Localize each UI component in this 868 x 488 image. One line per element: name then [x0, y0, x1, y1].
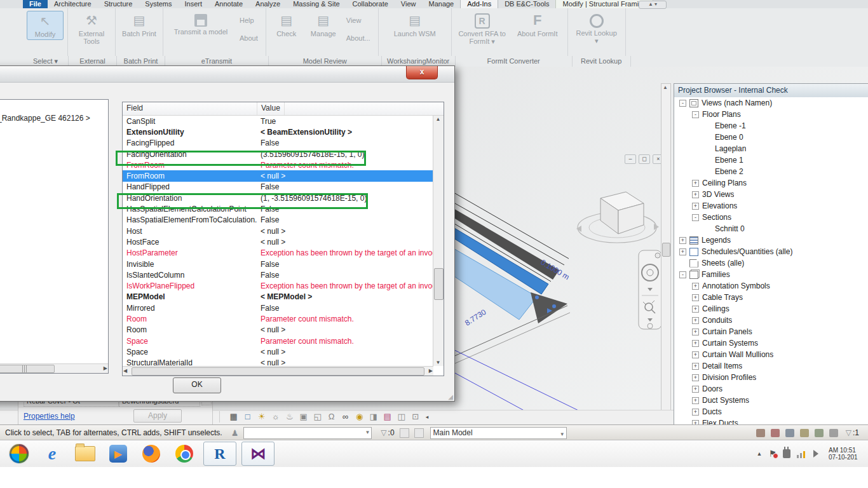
- expand-icon[interactable]: +: [679, 248, 686, 255]
- ribbon-tab-db-e-c-tools[interactable]: DB E&C-Tools: [498, 0, 555, 8]
- expand-icon[interactable]: +: [692, 340, 699, 347]
- tree-item[interactable]: -Views (nach Namen): [674, 97, 868, 109]
- taskbar-file-explorer[interactable]: [71, 442, 99, 465]
- field-row[interactable]: Space< null >: [123, 346, 433, 357]
- worksharing-status-icon-4[interactable]: [800, 429, 809, 437]
- ribbon-tab-annotate[interactable]: Annotate: [208, 0, 249, 8]
- displace-elements-icon[interactable]: ◫: [397, 412, 407, 422]
- reveal-constraints-icon[interactable]: ▤: [383, 412, 393, 422]
- expand-icon[interactable]: +: [692, 409, 699, 416]
- taskbar-firefox[interactable]: [137, 442, 165, 465]
- tree-item[interactable]: Sheets (alle): [674, 257, 868, 269]
- worksharing-status-icon-3[interactable]: [785, 429, 794, 437]
- tree-item[interactable]: +Ceilings: [674, 303, 868, 315]
- expand-icon[interactable]: +: [692, 374, 699, 381]
- tree-item[interactable]: +Cable Trays: [674, 292, 868, 303]
- properties-help-link[interactable]: Properties help: [24, 412, 75, 421]
- tree-item[interactable]: +Curtain Panels: [674, 326, 868, 337]
- ribbon-button-revit-lookup-[interactable]: Revit Lookup ▾: [572, 11, 621, 46]
- tree-item[interactable]: +Ducts: [674, 406, 868, 417]
- tree-item[interactable]: +Curtain Wall Mullions: [674, 349, 868, 360]
- tray-clock[interactable]: AM 10:51 07-10-201: [829, 447, 868, 461]
- taskbar-chrome[interactable]: [170, 442, 198, 465]
- tree-item[interactable]: Ebene 0: [674, 132, 868, 143]
- filter-icon[interactable]: ▽: [381, 428, 386, 437]
- panel-label[interactable]: Revit Lookup: [573, 56, 631, 67]
- panel-label[interactable]: FormIt Converter: [456, 56, 573, 67]
- selection-box-icon[interactable]: ⊡: [410, 412, 421, 422]
- viewcube[interactable]: [575, 184, 661, 254]
- field-row[interactable]: StructuralMaterialId< null >: [123, 358, 433, 366]
- tree-item[interactable]: +Division Profiles: [674, 372, 868, 383]
- navigation-bar[interactable]: [638, 250, 663, 331]
- ribbon-button-help[interactable]: Help: [238, 13, 261, 30]
- field-row[interactable]: RoomParameter count mismatch.: [123, 313, 433, 324]
- ribbon-button-batch-print[interactable]: Batch Print: [119, 11, 159, 39]
- start-button[interactable]: [5, 442, 33, 465]
- collapse-icon[interactable]: -: [679, 100, 686, 107]
- tree-item[interactable]: +Conduits: [674, 315, 868, 326]
- tree-item[interactable]: Ebene 1: [674, 154, 868, 166]
- taskbar-visual-studio[interactable]: ⋈: [241, 442, 275, 466]
- selection-filter-icon[interactable]: ▽: [846, 428, 851, 437]
- ribbon-tab-massing-site[interactable]: Massing & Site: [287, 0, 346, 8]
- field-row[interactable]: HostParameterException has been thrown b…: [123, 248, 433, 259]
- ribbon-button-manage[interactable]: Manage: [306, 11, 341, 39]
- resize-grip[interactable]: ◢: [448, 393, 453, 400]
- editable-only-icon[interactable]: [400, 428, 409, 438]
- ok-button[interactable]: OK: [173, 377, 221, 393]
- ribbon-tab-insert[interactable]: Insert: [178, 0, 208, 8]
- dialog-close-button[interactable]: x: [406, 66, 438, 79]
- speaker-icon[interactable]: [813, 450, 822, 458]
- field-row[interactable]: SpaceParameter count mismatch.: [123, 336, 433, 346]
- tray-expand-icon[interactable]: ▲: [757, 451, 763, 457]
- snoop-tree-panel[interactable]: _Randkappe_GE 462126 > ▶: [0, 99, 109, 374]
- power-plug-icon[interactable]: [783, 449, 790, 458]
- expand-icon[interactable]: +: [692, 283, 699, 290]
- tree-item[interactable]: -Floor Plans: [674, 109, 868, 120]
- expand-icon[interactable]: +: [692, 397, 699, 404]
- field-row[interactable]: HandFlippedFalse: [123, 182, 433, 193]
- tree-item[interactable]: +Curtain Systems: [674, 337, 868, 349]
- tree-item[interactable]: +Duct Systems: [674, 395, 868, 406]
- expand-icon[interactable]: +: [692, 294, 699, 301]
- tree-item[interactable]: +3D Views: [674, 189, 868, 200]
- list-horizontal-scrollbar[interactable]: ◀ ▶: [123, 366, 433, 376]
- collapse-icon[interactable]: -: [692, 214, 699, 221]
- collapse-icon[interactable]: -: [679, 271, 686, 278]
- chevron-down-icon[interactable]: ▼: [560, 430, 565, 440]
- sun-path-icon[interactable]: ☀: [257, 412, 267, 422]
- field-row[interactable]: HasSpatialElementFromToCalculation...Fal…: [123, 215, 433, 226]
- field-row[interactable]: FromRoom< null >: [123, 170, 433, 181]
- minimize-icon[interactable]: –: [625, 154, 636, 164]
- dialog-titlebar[interactable]: [0, 66, 454, 83]
- expand-icon[interactable]: +: [692, 180, 699, 187]
- expand-icon[interactable]: +: [692, 363, 699, 370]
- tree-item[interactable]: +Detail Items: [674, 360, 868, 372]
- ribbon-tab-file[interactable]: File: [23, 0, 48, 8]
- scrollbar-thumb[interactable]: [434, 268, 444, 300]
- network-signal-icon[interactable]: [797, 450, 807, 458]
- chevron-down-icon[interactable]: ▼: [365, 430, 370, 435]
- ribbon-button-convert-rfa-to-formit-[interactable]: Convert RFA to FormIt ▾: [456, 11, 509, 46]
- scrollbar-thumb[interactable]: [662, 243, 670, 257]
- ribbon-button-modify[interactable]: Modify: [27, 11, 64, 40]
- field-row[interactable]: FacingFlippedFalse: [123, 138, 433, 149]
- tree-item[interactable]: Lageplan: [674, 143, 868, 154]
- worksharing-status-icon-2[interactable]: [771, 429, 780, 437]
- collapse-icon[interactable]: -: [692, 111, 699, 118]
- field-column-header[interactable]: Field: [123, 102, 257, 115]
- field-row[interactable]: MirroredFalse: [123, 302, 433, 313]
- worksharing-status-icon-1[interactable]: [756, 429, 765, 437]
- tree-horizontal-scrollbar[interactable]: ▶: [0, 363, 108, 373]
- tree-item[interactable]: Schnitt 0: [674, 223, 868, 234]
- apply-button[interactable]: Apply: [133, 409, 182, 423]
- ribbon-button-about[interactable]: About: [238, 30, 261, 48]
- field-row[interactable]: Room< null >: [123, 325, 433, 336]
- ribbon-button-launch-wsm[interactable]: Launch WSM: [383, 11, 447, 39]
- list-vertical-scrollbar[interactable]: ▲ ▼: [433, 116, 444, 366]
- expand-icon[interactable]: +: [692, 351, 699, 358]
- ribbon-tab-collaborate[interactable]: Collaborate: [346, 0, 395, 8]
- tree-item[interactable]: Ebene 2: [674, 166, 868, 177]
- action-center-icon[interactable]: ⚑: [768, 449, 776, 459]
